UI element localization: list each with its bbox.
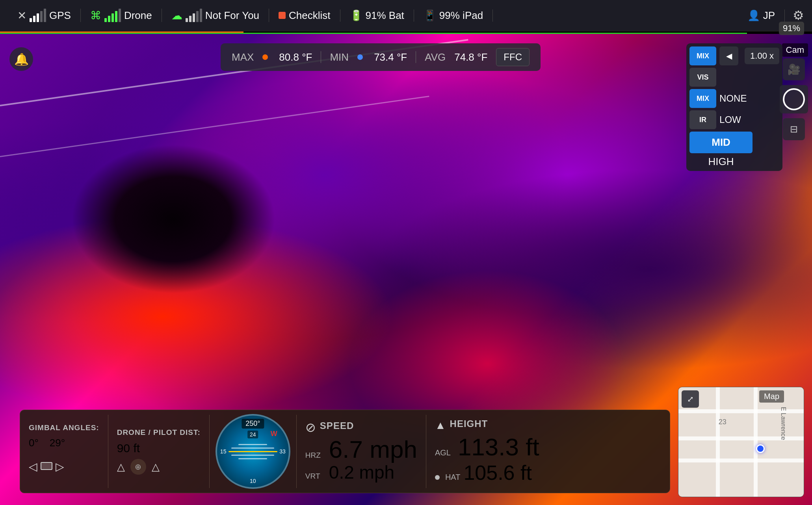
notification-bell-button[interactable]: 🔔 (9, 47, 33, 71)
hat-value: 105.6 ft (463, 461, 531, 485)
drone-status: ⌘ Drone (81, 9, 162, 22)
dbar-3 (111, 13, 114, 22)
bar-1 (30, 18, 32, 22)
min-temp-dot (357, 54, 363, 60)
hat-dot (435, 475, 440, 480)
capture-circle (783, 88, 805, 110)
camera-record-icon: 🎥 (788, 63, 800, 76)
zoom-value-display: 1.00 x (745, 48, 779, 64)
cam-row-4: IR LOW (689, 110, 779, 129)
capture-button[interactable] (780, 85, 808, 113)
arrow-left-button[interactable]: ◀ (719, 46, 738, 65)
hat-row: HAT 105.6 ft (435, 461, 539, 485)
agl-label: AGL (435, 448, 455, 457)
bar-3 (37, 13, 39, 22)
max-label: MAX (232, 51, 254, 63)
drone-label: Drone (124, 9, 152, 22)
map-panel[interactable]: 23 E Lawrence ⤢ Map (678, 387, 804, 497)
network-status: ☁ Not For You (162, 9, 269, 22)
ipad-status: 📱 99% iPad (414, 9, 493, 22)
hrz-speed-value: 6.7 mph (329, 437, 417, 462)
drone-dist-value: 90 ft (117, 442, 140, 455)
compass-north-label: 24 (247, 431, 258, 438)
ffc-button[interactable]: FFC (496, 48, 530, 66)
settings-panel-button[interactable]: ⊟ (783, 118, 805, 140)
mix-mode-button-2[interactable]: MIX (689, 89, 716, 108)
wbar-4 (196, 11, 199, 22)
user-label: JP (763, 9, 775, 22)
drone-signal-bars (104, 9, 121, 22)
gps-status: ✕ GPS (8, 9, 81, 22)
network-label: Not For You (205, 9, 259, 22)
avg-label: AVG (425, 51, 446, 63)
sliders-icon: ⊟ (790, 124, 798, 135)
mid-mode-button[interactable]: MID (689, 132, 753, 153)
cam-label: Cam (782, 43, 808, 57)
mountain-icon: ▲ (435, 419, 446, 432)
cam-row-1: MIX ◀ 1.00 x (689, 46, 779, 65)
camera-mode-panel: MIX ◀ 1.00 x VIS MIX NONE IR LOW MID HIG… (686, 43, 782, 171)
up-arrow-icon: △ (117, 461, 125, 473)
height-section: ▲ HEIGHT AGL 113.3 ft HAT 105.6 ft (426, 410, 548, 493)
speedometer-icon: ⊘ (305, 420, 316, 435)
bell-icon: 🔔 (14, 52, 29, 66)
agl-row: AGL 113.3 ft (435, 435, 539, 459)
dbar-1 (104, 18, 107, 22)
drone-icon: ⌘ (90, 9, 101, 22)
map-road-horizontal-2 (678, 459, 804, 462)
gps-label: GPS (49, 9, 71, 22)
up-arrow-icon-2: △ (152, 461, 160, 473)
dbar-5 (119, 9, 121, 22)
compass-left-number: 15 (220, 448, 227, 455)
vis-mode-button[interactable]: VIS (689, 68, 716, 87)
map-road-vertical-1 (716, 387, 720, 497)
gps-icon: ✕ (17, 9, 26, 22)
high-label[interactable]: HIGH (689, 156, 753, 168)
gimbal-diagram: ◁ ▷ (29, 452, 64, 480)
vrt-speed-row: VRT 0.2 mph (305, 462, 417, 483)
user-icon: 👤 (747, 9, 760, 22)
compass-right-number: 33 (279, 448, 286, 455)
bar-5 (44, 9, 46, 22)
drone-dist-center-icon: ⊕ (135, 462, 141, 472)
min-temp-value: 73.4 °F (374, 51, 407, 63)
wbar-3 (193, 13, 195, 22)
compass-bottom-number: 10 (250, 478, 256, 484)
height-header-label: HEIGHT (450, 418, 488, 429)
drone-dist-circle: ⊕ (130, 459, 146, 475)
checklist-icon (279, 12, 286, 19)
gimbal-y-value: 29° (50, 437, 65, 449)
map-road-vertical-2 (754, 387, 758, 497)
max-temp-value: 80.8 °F (279, 51, 312, 63)
ipad-icon: 📱 (424, 9, 436, 22)
cam-row-5: MID (689, 132, 779, 153)
wifi-signal-bars (186, 9, 202, 22)
wbar-1 (186, 18, 188, 22)
checklist-status[interactable]: Checklist (269, 9, 340, 22)
camera-record-button[interactable]: 🎥 (783, 58, 805, 80)
vrt-speed-value: 0.2 mph (329, 462, 394, 483)
ipad-label: 99% iPad (439, 9, 483, 22)
bar-2 (33, 16, 35, 22)
dbar-2 (108, 16, 110, 22)
horizon-line-4 (238, 458, 267, 459)
gear-icon: ⚙ (793, 8, 804, 22)
gps-signal-bars (30, 9, 46, 22)
right-icon-column: 🎥 ⊟ (780, 58, 808, 140)
settings-button[interactable]: ⚙ (793, 8, 804, 23)
ir-mode-button[interactable]: IR (689, 110, 716, 129)
low-label[interactable]: LOW (719, 114, 751, 125)
map-expand-button[interactable]: ⤢ (682, 390, 699, 408)
gimbal-center-block (41, 462, 52, 470)
hat-label: HAT (445, 473, 461, 482)
horizon-lines (224, 444, 282, 459)
none-label[interactable]: NONE (719, 93, 751, 104)
battery-label: 91% Bat (366, 9, 404, 22)
thermal-dark-area (71, 144, 276, 294)
agl-value: 113.3 ft (458, 435, 539, 459)
user-profile[interactable]: 👤 JP (738, 9, 785, 22)
horizon-line-yellow (229, 451, 277, 452)
min-label: MIN (330, 51, 349, 63)
height-header: ▲ HEIGHT (435, 418, 539, 433)
mix-mode-button-1[interactable]: MIX (689, 46, 716, 65)
